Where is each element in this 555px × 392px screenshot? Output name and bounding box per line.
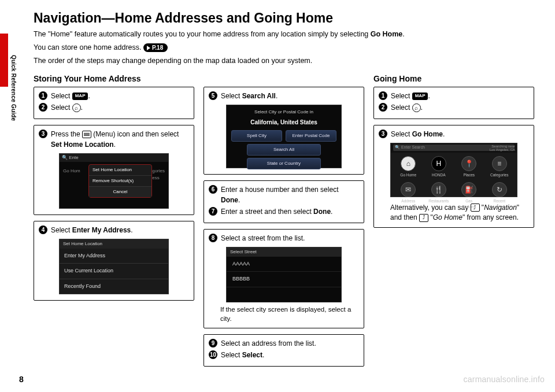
- note-g: " from any screen.: [462, 213, 519, 221]
- step-3-c: Set Home Location: [51, 140, 114, 149]
- col-storing: Storing Your Home Address 1 Select MAP. …: [34, 74, 194, 372]
- going-bullet-3: 3: [379, 130, 387, 138]
- step-7-text: Enter a street and then select Done.: [221, 206, 359, 217]
- scr5-i4-lbl: Categories: [490, 172, 508, 178]
- step-3: 3 Press the (Menu) icon and then select …: [39, 129, 189, 150]
- going-step-1: 1 Select MAP.: [379, 91, 529, 101]
- step-9: 9 Select an address from the list.: [209, 338, 359, 349]
- step-8: 8 Select a street from the list.: [209, 233, 359, 243]
- step-2: 2 Select ⌕.: [39, 102, 189, 113]
- step-7: 7 Enter a street and then select Done.: [209, 206, 359, 217]
- step-4-a: Select: [51, 226, 72, 234]
- bullet-5: 5: [209, 91, 217, 100]
- storing-box-1: 1 Select MAP. 2 Select ⌕.: [34, 87, 194, 119]
- mid-box-1: 5 Select Search All. Select City or Post…: [204, 87, 364, 175]
- screenshot-go-home: 🔍 Enter Search Searching near Los Angele…: [390, 143, 517, 197]
- scr5-i8-lbl: Recent: [493, 198, 505, 204]
- step-5-text: Select Search All.: [221, 91, 359, 101]
- scr5-i5: ✉Address: [398, 182, 419, 210]
- scr1-left: Go Hom: [63, 168, 80, 175]
- going-s3-a: Select: [391, 130, 412, 138]
- col-going-home: Going Home 1 Select MAP. 2 Select ⌕.: [373, 74, 534, 372]
- scr1-row-1: Set Home Location: [89, 165, 151, 176]
- intro-line-2: You can store one home address. P.18: [34, 43, 543, 53]
- step-4: 4 Select Enter My Address.: [39, 225, 189, 235]
- step-1-text: Select MAP.: [51, 91, 189, 101]
- scr2-o3: Recently Found: [60, 279, 168, 295]
- step-1-pre: Select: [51, 92, 72, 100]
- step-1: 1 Select MAP.: [39, 91, 189, 101]
- scr5-i1-lbl: Go Home: [400, 172, 416, 178]
- intro-line-1-a: The "Home" feature automatically routes …: [34, 30, 371, 38]
- going-s1: Select: [391, 92, 412, 100]
- page-content: Navigation—Home Addresses and Going Home…: [34, 10, 543, 369]
- menu-icon: [82, 131, 91, 138]
- scr3-p2: Enter Postal Code: [286, 130, 336, 142]
- bullet-6: 6: [209, 185, 217, 194]
- scr5-i2-lbl: HONDA: [432, 172, 445, 178]
- note-e: ": [428, 213, 433, 221]
- scr5-i7: ⛽Gas Stations: [458, 182, 479, 210]
- map-button-icon: MAP: [412, 93, 428, 100]
- step-10-b: Select: [242, 351, 262, 359]
- mid-box-3: 8 Select a street from the list. Select …: [204, 229, 364, 328]
- scr3-p4: State or Country: [247, 158, 320, 169]
- step-7-a: Enter a street and then select: [221, 208, 313, 216]
- scr3-row3: State or Country: [231, 158, 336, 169]
- scr4-r1: AAAAA: [227, 257, 341, 272]
- step-2-pre: Select: [51, 103, 72, 112]
- going-s3-b: Go Home: [412, 130, 443, 138]
- step-9-text: Select an address from the list.: [221, 338, 359, 349]
- bullet-4: 4: [39, 225, 47, 234]
- step-5-b: Search All: [242, 92, 276, 100]
- step-4-text: Select Enter My Address.: [51, 225, 189, 235]
- side-section-label: Quick Reference Guide: [10, 55, 17, 121]
- scr2-hdr: Set Home Location: [60, 239, 168, 249]
- screenshot-enter-address: Set Home Location Enter My Address Use C…: [59, 239, 169, 294]
- going-box-2: 3 Select Go Home. 🔍 Enter Search Searchi…: [373, 125, 534, 228]
- going-bullet-2: 2: [379, 103, 387, 112]
- step-8-note: If the select city screen is displayed, …: [220, 305, 359, 323]
- scr3-row1: Spell City Enter Postal Code: [231, 130, 336, 142]
- search-icon: ⌕: [72, 103, 81, 112]
- going-step-2: 2 Select ⌕.: [379, 102, 529, 113]
- scr5-i5-lbl: Address: [401, 198, 415, 204]
- scr1-row-2: Remove Shortcut(s): [89, 176, 151, 187]
- going-s2: Select: [391, 103, 412, 112]
- scr5-i7-lbl: Gas Stations: [458, 198, 479, 210]
- red-section-tab: [0, 34, 8, 87]
- note-f: Go Home: [433, 213, 462, 221]
- going-heading: Going Home: [373, 74, 534, 83]
- storing-box-3: 4 Select Enter My Address. Set Home Loca…: [34, 221, 194, 301]
- scr4-hdr: Select Street: [227, 247, 341, 257]
- scr5-i6-lbl: Restaurants: [428, 198, 449, 204]
- scr5-sidetxt: Searching near Los Angeles, CA: [490, 145, 515, 152]
- scr3-p1: Spell City: [231, 130, 282, 142]
- intro-block: The "Home" feature automatically routes …: [34, 29, 543, 66]
- step-7-b: Done: [313, 208, 331, 216]
- scr5-row1: ⌂Go Home HHONDA 📍Places ≡Categories: [391, 153, 517, 179]
- scr3-t1: Select City or Postal Code in: [254, 109, 313, 116]
- bullet-1: 1: [39, 91, 47, 100]
- step-3-b: (Menu) icon and then select: [91, 130, 179, 138]
- screenshot-search-all: Select City or Postal Code in California…: [226, 105, 342, 168]
- scr5-i4: ≡Categories: [489, 156, 510, 178]
- scr5-i6: 🍴Restaurants: [428, 182, 449, 210]
- step-10-a: Select: [221, 351, 242, 359]
- screenshot-set-home-menu: 🔍 Ente Go Hom Categories Address Set Hom…: [59, 153, 169, 209]
- scr3-row2: Search All: [231, 144, 336, 156]
- going-box-1: 1 Select MAP. 2 Select ⌕.: [373, 87, 534, 119]
- go-home-bold: Go Home: [371, 30, 403, 38]
- storing-heading: Storing Your Home Address: [34, 74, 194, 83]
- col-mid: . 5 Select Search All. Select City or Po…: [204, 74, 364, 372]
- scr5-i3: 📍Places: [458, 156, 479, 178]
- scr1-popup: Set Home Location Remove Shortcut(s) Can…: [88, 164, 152, 198]
- page-number: 8: [19, 375, 24, 384]
- bullet-7: 7: [209, 207, 217, 216]
- scr5-i2: HHONDA: [428, 156, 449, 178]
- going-step-3-text: Select Go Home.: [391, 129, 529, 139]
- scr4-r3: [227, 287, 341, 303]
- step-10-text: Select Select.: [221, 350, 359, 360]
- intro-line-1-c: .: [402, 30, 404, 38]
- scr5-i3-lbl: Places: [463, 172, 475, 178]
